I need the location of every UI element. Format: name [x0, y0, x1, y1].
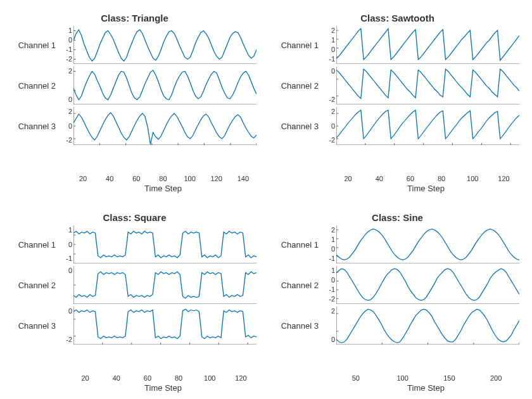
panel-0: Class: TriangleChannel 110-1-2Channel 22…: [13, 13, 256, 193]
xtick-label: 20: [70, 175, 96, 182]
xticks: 20406080100120: [68, 374, 258, 382]
mini-plot: [73, 107, 256, 145]
plot-holder: [336, 107, 519, 145]
mini-plot: [73, 66, 256, 104]
xtick-label: 100: [194, 374, 225, 382]
xlabel: Time Step: [407, 184, 445, 193]
ylabel: Channel 2: [13, 66, 58, 104]
xaxis: 20406080100120Time Step: [70, 374, 256, 393]
xtick-label: 80: [163, 374, 194, 382]
yticks: 20-2: [58, 107, 73, 145]
xtick-label: 200: [472, 374, 519, 382]
ytick-label: -2: [321, 96, 335, 103]
channel-row: Channel 220: [13, 66, 256, 104]
ytick-label: 0: [58, 267, 72, 274]
yticks: 10-1: [58, 225, 73, 263]
panel-2: Class: SquareChannel 110-1Channel 20Chan…: [13, 212, 256, 393]
plot-holder: [73, 107, 256, 145]
ytick-label: 0: [58, 123, 72, 130]
ylabel: Channel 1: [276, 225, 321, 263]
yticks: 210-1: [321, 26, 336, 64]
ytick-label: 1: [58, 27, 72, 34]
mini-plot: [336, 26, 519, 64]
xticks: 20406080100120140: [68, 175, 258, 182]
xtick-label: 40: [96, 175, 123, 182]
xlabel: Time Step: [144, 383, 182, 393]
mini-plot: [73, 26, 256, 64]
mini-plot: [73, 266, 256, 304]
ytick-label: 0: [321, 246, 335, 253]
ytick-label: -2: [58, 137, 72, 144]
channel-row: Channel 20: [13, 266, 256, 304]
ytick-label: 0: [58, 308, 72, 315]
panel-3: Class: SineChannel 1210-1Channel 210-1-2…: [276, 212, 519, 393]
xaxis: 50100150200Time Step: [332, 374, 519, 393]
channel-stack: Channel 1210-1Channel 210-1-2Channel 320: [276, 225, 519, 373]
yticks: 20: [321, 307, 336, 345]
channel-row: Channel 30-2: [13, 307, 256, 345]
yticks: 10-1-2: [58, 26, 73, 64]
yticks: 20: [58, 66, 73, 104]
ylabel: Channel 3: [13, 107, 58, 145]
ytick-label: 0: [58, 37, 72, 44]
mini-plot: [73, 307, 256, 345]
ytick-label: 1: [58, 227, 72, 234]
plot-holder: [73, 266, 256, 304]
channel-row: Channel 320-2: [276, 107, 519, 145]
ytick-label: -1: [58, 46, 72, 53]
xlabel: Time Step: [144, 184, 182, 193]
ytick-label: 0: [321, 46, 335, 53]
ytick-label: 0: [321, 68, 335, 75]
xticks: 50100150200: [331, 374, 521, 382]
channel-row: Channel 1210-1: [276, 26, 519, 64]
ylabel: Channel 3: [276, 307, 321, 345]
channel-stack: Channel 110-1Channel 20Channel 30-2: [13, 225, 256, 373]
channel-row: Channel 320-2: [13, 107, 256, 145]
xtick-label: 80: [426, 175, 457, 182]
yticks: 0-2: [321, 66, 336, 104]
yticks: 210-1: [321, 225, 336, 263]
plot-holder: [73, 26, 256, 64]
ytick-label: 2: [321, 108, 335, 115]
mini-plot: [336, 266, 519, 304]
plot-holder: [336, 26, 519, 64]
ytick-label: -2: [321, 296, 335, 303]
ytick-label: 0: [321, 336, 335, 343]
plot-holder: [336, 225, 519, 263]
channel-row: Channel 210-1-2: [276, 266, 519, 304]
channel-stack: Channel 110-1-2Channel 220Channel 320-2: [13, 26, 256, 174]
ytick-label: 2: [321, 308, 335, 315]
ylabel: Channel 1: [13, 225, 58, 263]
xtick-label: 100: [379, 374, 426, 382]
channel-row: Channel 110-1-2: [13, 26, 256, 64]
ytick-label: 0: [321, 277, 335, 284]
plot-holder: [73, 66, 256, 104]
xaxis: 20406080100120Time Step: [332, 175, 519, 193]
xtick-label: 60: [123, 175, 149, 182]
mini-plot: [336, 307, 519, 345]
ylabel: Channel 2: [276, 266, 321, 304]
xticks: 20406080100120: [331, 175, 521, 182]
yticks: 0-2: [58, 307, 73, 345]
mini-plot: [73, 225, 256, 263]
ytick-label: 1: [321, 37, 335, 44]
ylabel: Channel 2: [13, 266, 58, 304]
plot-holder: [336, 66, 519, 104]
ytick-label: 2: [58, 108, 72, 115]
ytick-label: -2: [58, 336, 72, 343]
panel-title: Class: Square: [13, 212, 256, 223]
panel-title: Class: Sawtooth: [276, 13, 519, 23]
xtick-label: 100: [177, 175, 203, 182]
xtick-label: 40: [101, 374, 132, 382]
ytick-label: -1: [321, 56, 335, 63]
mini-plot: [336, 225, 519, 263]
mini-plot: [336, 66, 519, 104]
plot-holder: [73, 307, 256, 345]
ytick-label: 1: [321, 236, 335, 243]
channel-row: Channel 110-1: [13, 225, 256, 263]
xtick-label: 60: [395, 175, 426, 182]
ylabel: Channel 3: [13, 307, 58, 345]
ylabel: Channel 1: [276, 26, 321, 64]
xtick-label: 120: [488, 175, 519, 182]
yticks: 0: [58, 266, 73, 304]
